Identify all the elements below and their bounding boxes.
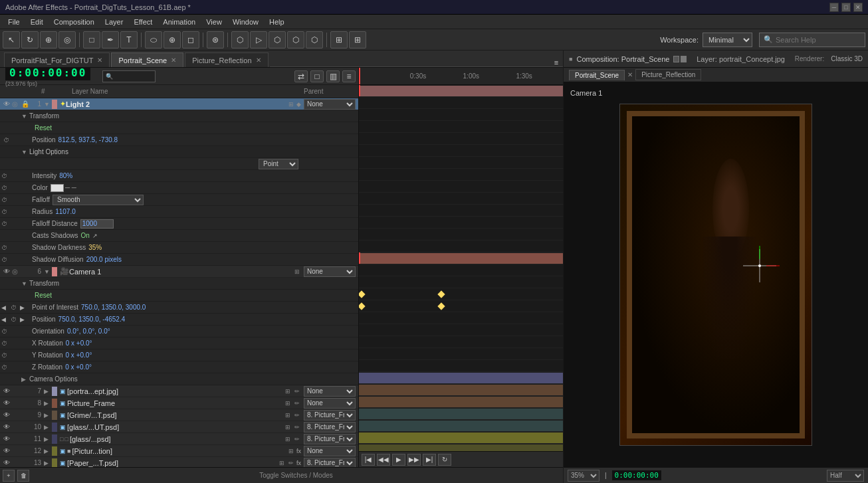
vis-10[interactable]: 👁	[1, 423, 12, 431]
stopwatch-cp[interactable]: ⏱	[11, 316, 20, 323]
expand-light-opts[interactable]: ▼	[21, 149, 29, 155]
stopwatch-xrot[interactable]: ⏱	[1, 340, 11, 347]
menu-view[interactable]: View	[201, 17, 227, 27]
menu-edit[interactable]: Edit	[25, 17, 49, 27]
transform-section-6[interactable]: ▼ Transform	[0, 278, 358, 290]
nav-arrow-cp-left[interactable]: ◀	[1, 316, 11, 323]
vis-11[interactable]: 👁	[1, 435, 12, 442]
radius-value[interactable]: 1107.0	[55, 208, 76, 215]
expand-transform-1[interactable]: ▼	[21, 113, 29, 120]
casts-shadows-value[interactable]: On	[80, 232, 89, 239]
layer-toggle-btn3[interactable]: ▥	[326, 70, 340, 82]
falloff-dist-input[interactable]	[80, 219, 114, 229]
goto-end-btn[interactable]: ▶|	[423, 454, 436, 466]
expand-6[interactable]: ▼	[44, 268, 52, 275]
layer-search[interactable]: 🔍	[102, 70, 156, 82]
tab-close-3[interactable]: ✕	[256, 56, 261, 64]
camera-options-section[interactable]: ▶ Camera Options	[0, 373, 358, 385]
keyframe-cp-1[interactable]	[359, 302, 366, 310]
track-13[interactable]	[359, 444, 563, 451]
stopwatch-radius[interactable]: ⏱	[1, 209, 11, 215]
comp-close-btn[interactable]	[673, 56, 679, 62]
layer-name-1[interactable]: Light 2	[66, 100, 287, 108]
text-tool[interactable]: T	[120, 31, 138, 48]
track-7[interactable]	[359, 372, 563, 384]
psel-8[interactable]: None	[304, 398, 356, 409]
psel-12[interactable]: None	[304, 446, 356, 456]
vis-12[interactable]: 👁	[1, 447, 12, 454]
stopwatch-orient[interactable]: ⏱	[1, 328, 11, 335]
vis-7[interactable]: 👁	[1, 387, 12, 395]
align-btn[interactable]: ⊞	[349, 31, 366, 48]
light-options-section[interactable]: ▼ Light Options	[0, 146, 358, 158]
shadow-darkness-value[interactable]: 35%	[88, 244, 102, 251]
maximize-button[interactable]: □	[841, 3, 851, 12]
timecode-display[interactable]: 0:00:00:00	[5, 68, 90, 80]
lname-13[interactable]: [Paper_...T.psd]	[67, 459, 278, 467]
lname-11[interactable]: [glass/...psd]	[70, 435, 284, 443]
stopwatch-yrot[interactable]: ⏱	[1, 352, 11, 359]
comp-tab-portrait-scene[interactable]: Portrait_Scene	[569, 70, 625, 80]
stopwatch-shadow-diff[interactable]: ⏱	[1, 256, 11, 263]
tab-portrait-flat[interactable]: PortraitFlat_For_DIGTUT ✕	[4, 52, 110, 67]
expand-transform-6[interactable]: ▼	[21, 280, 29, 287]
search-help-input[interactable]	[776, 36, 855, 44]
expand-1[interactable]: ▼	[44, 101, 52, 108]
snap-btn[interactable]: ⊞	[330, 31, 348, 48]
tabs-menu[interactable]: ≡	[550, 58, 563, 67]
loop-btn[interactable]: ↻	[438, 454, 451, 466]
stopwatch-color[interactable]: ⏱	[1, 185, 11, 191]
add-layer-btn[interactable]: +	[3, 470, 15, 482]
step-back-btn[interactable]: ◀◀	[377, 454, 390, 466]
workspace-select[interactable]: Minimal Standard	[703, 33, 752, 47]
visibility-1[interactable]: 👁	[1, 100, 12, 108]
solo-1[interactable]: ◎	[12, 100, 21, 108]
layer-name-6[interactable]: Camera 1	[69, 268, 293, 276]
keyframe-cp-2[interactable]	[437, 302, 445, 310]
lname-10[interactable]: [glass/...UT.psd]	[67, 423, 284, 431]
track-8[interactable]	[359, 384, 563, 396]
menu-animation[interactable]: Animation	[158, 17, 201, 27]
play-btn[interactable]: ▶	[392, 454, 405, 466]
layer-row-7[interactable]: 👁 7 ▶ ▣ [portra...ept.jpg] ⊞ ✏ None	[0, 385, 358, 397]
track-12[interactable]	[359, 432, 563, 444]
layer-row-12[interactable]: 👁 12 ▶ ▣ ■ [Pictur...tion] ⊞ fx None	[0, 445, 358, 457]
search-help-box[interactable]: 🔍	[759, 33, 865, 47]
psel-10[interactable]: 8. Picture_Fr...	[304, 422, 356, 433]
quality-select[interactable]: Half Full Quarter	[827, 470, 864, 482]
lname-7[interactable]: [portra...ept.jpg]	[67, 387, 284, 395]
track-1[interactable]	[359, 85, 563, 97]
menu-window[interactable]: Window	[227, 17, 264, 27]
vis-8[interactable]: 👁	[1, 399, 12, 407]
track-6[interactable]	[359, 252, 563, 264]
lname-12[interactable]: [Pictur...tion]	[72, 447, 287, 455]
track-10[interactable]	[359, 408, 563, 420]
vis-9[interactable]: 👁	[1, 411, 12, 419]
layer-row-9[interactable]: 👁 9 ▶ ▣ [Grime/...T.psd] ⊞ ✏ 8. Picture_…	[0, 409, 358, 421]
layer-row-11[interactable]: 👁 11 ▶ □ □ [glass/...psd] ⊞ ✏ 8. Picture…	[0, 433, 358, 445]
step-fwd-btn[interactable]: ▶▶	[407, 454, 421, 466]
workspace-btn3[interactable]: ⬡	[269, 31, 286, 48]
menu-layer[interactable]: Layer	[100, 17, 129, 27]
menu-effect[interactable]: Effect	[128, 17, 158, 27]
nav-arrow-poi-left[interactable]: ◀	[1, 304, 11, 311]
tab-portrait-scene[interactable]: Portrait_Scene ✕	[111, 52, 183, 67]
menu-help[interactable]: Help	[264, 17, 290, 27]
close-button[interactable]: ✕	[853, 3, 863, 12]
zoom-select[interactable]: 35% 50% 100%	[568, 470, 599, 482]
menu-file[interactable]: File	[3, 17, 25, 27]
layer-row-1[interactable]: 👁 ◎ 🔒 1 ▼ ✦ Light 2 ⊞ ◆ None	[0, 98, 358, 110]
camera-tool[interactable]: ◎	[58, 31, 76, 48]
workspace-btn5[interactable]: ⬡	[306, 31, 323, 48]
lname-8[interactable]: Picture_Frame	[67, 399, 284, 407]
rotation-tool[interactable]: ↻	[21, 31, 39, 48]
eraser-tool[interactable]: ◻	[182, 31, 199, 48]
visibility-6[interactable]: 👁	[1, 268, 12, 275]
psel-11[interactable]: 8. Picture_Fr...	[304, 434, 356, 444]
vis-13[interactable]: 👁	[1, 459, 12, 466]
delete-layer-btn[interactable]: 🗑	[17, 470, 29, 482]
pen-tool[interactable]: ✒	[102, 31, 119, 48]
light-type-select[interactable]: Point Spot Parallel	[259, 159, 298, 169]
comp-tab-picture-reflection[interactable]: Picture_Reflection	[635, 69, 701, 80]
paint-tool[interactable]: ⬭	[145, 31, 162, 48]
